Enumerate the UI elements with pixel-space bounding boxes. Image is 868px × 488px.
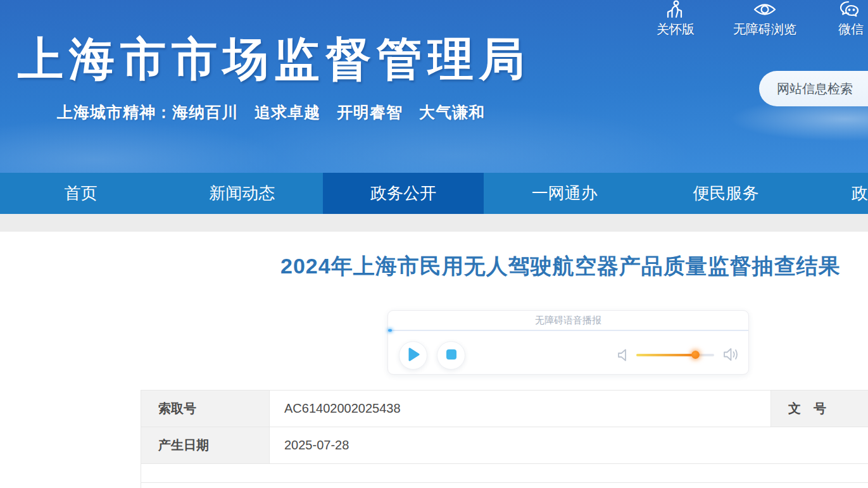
quick-link-accessibility[interactable]: 无障碍浏览 bbox=[724, 0, 806, 38]
index-number-value: AC61402002025438 bbox=[269, 391, 771, 427]
site-search-input[interactable] bbox=[759, 71, 868, 106]
audio-player-header: 无障碍语音播报 bbox=[388, 311, 748, 331]
content-divider-strip bbox=[0, 214, 868, 232]
nav-item-clipped[interactable]: 政 bbox=[807, 173, 868, 214]
stop-button[interactable] bbox=[437, 341, 465, 370]
volume-low-icon bbox=[616, 347, 631, 365]
issue-date-value: 2025-07-28 bbox=[269, 427, 868, 463]
volume-loud-icon bbox=[722, 346, 741, 366]
issue-date-label: 产生日期 bbox=[141, 427, 269, 463]
table-row: 产生日期 2025-07-28 bbox=[141, 427, 868, 464]
audio-player: 无障碍语音播报 bbox=[387, 310, 749, 375]
table-row bbox=[141, 483, 868, 488]
info-table: 索取号 AC61402002025438 文 号 产生日期 2025-07-28 bbox=[141, 390, 868, 488]
site-title: 上海市市场监督管理局 bbox=[18, 33, 531, 85]
page: 上海市市场监督管理局 上海城市精神：海纳百川 追求卓越 开明睿智 大气谦和 关怀… bbox=[0, 0, 868, 488]
quick-link-label: 无障碍浏览 bbox=[733, 21, 796, 38]
volume-slider[interactable] bbox=[636, 354, 714, 356]
accessibility-eye-icon bbox=[753, 0, 777, 19]
audio-player-title: 无障碍语音播报 bbox=[535, 315, 601, 325]
nav-item-public-services[interactable]: 便民服务 bbox=[645, 173, 807, 214]
volume-thumb[interactable] bbox=[691, 351, 700, 359]
audio-progress-marker bbox=[388, 329, 392, 332]
quick-link-care-version[interactable]: 关怀版 bbox=[634, 0, 717, 38]
stop-icon bbox=[446, 349, 457, 362]
quick-link-wechat[interactable]: 微信 bbox=[810, 0, 868, 38]
index-number-label: 索取号 bbox=[141, 391, 269, 427]
wechat-icon bbox=[840, 0, 862, 19]
nav-item-one-stop-services[interactable]: 一网通办 bbox=[484, 173, 645, 214]
site-header: 上海市市场监督管理局 上海城市精神：海纳百川 追求卓越 开明睿智 大气谦和 关怀… bbox=[0, 0, 868, 173]
play-icon bbox=[407, 347, 420, 363]
play-button[interactable] bbox=[399, 341, 427, 370]
article-title: 2024年上海市民用无人驾驶航空器产品质量监督抽查结果 bbox=[280, 252, 841, 281]
quick-link-label: 关怀版 bbox=[657, 21, 695, 38]
nav-item-home[interactable]: 首页 bbox=[0, 173, 161, 214]
document-number-label: 文 号 bbox=[771, 391, 868, 427]
volume-fill bbox=[636, 354, 695, 356]
main-nav: 首页 新闻动态 政务公开 一网通办 便民服务 政 bbox=[0, 173, 868, 214]
nav-item-gov-affairs[interactable]: 政务公开 bbox=[323, 173, 484, 214]
nav-item-news[interactable]: 新闻动态 bbox=[161, 173, 323, 214]
table-row: 索取号 AC61402002025438 文 号 bbox=[141, 391, 868, 427]
site-slogan: 上海城市精神：海纳百川 追求卓越 开明睿智 大气谦和 bbox=[57, 102, 485, 123]
clipped-row bbox=[141, 483, 868, 488]
table-row bbox=[141, 464, 868, 483]
quick-link-label: 微信 bbox=[838, 21, 864, 38]
empty-row bbox=[141, 464, 868, 482]
care-icon bbox=[665, 0, 686, 19]
